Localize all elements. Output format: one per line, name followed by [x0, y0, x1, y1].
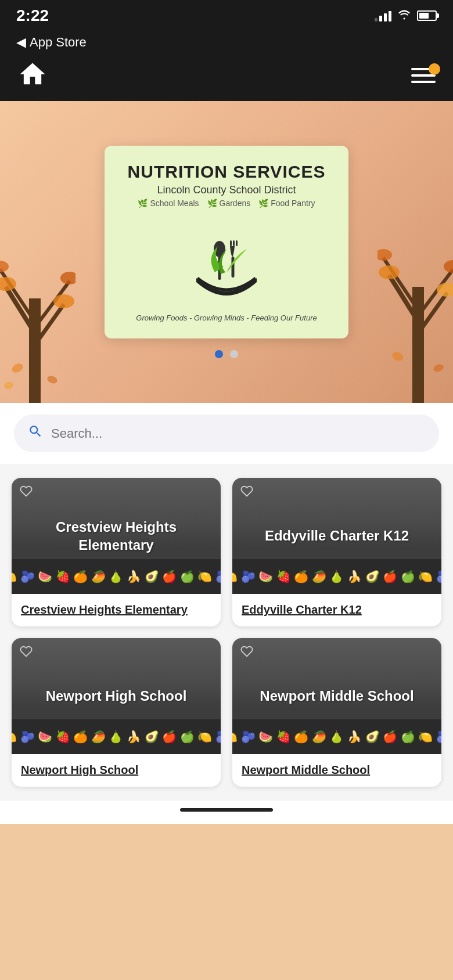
dot-1[interactable] — [215, 350, 223, 358]
menu-line-2 — [411, 74, 436, 77]
tagline-pantry: 🌿 Food Pantry — [258, 199, 315, 208]
svg-point-19 — [437, 283, 453, 297]
svg-point-20 — [444, 260, 453, 273]
card-label-crestview-heights-elementary[interactable]: Crestview Heights Elementary — [12, 594, 221, 626]
card-label-newport-middle-school[interactable]: Newport Middle School — [232, 754, 441, 787]
fruit-strip-crestview-heights-elementary: 🍋 🫐 🍉 🍓 🍊 🥭 🍐 🍌 🥑 🍎 🍏 🍋 🫐 — [12, 559, 221, 594]
logo-tagline: 🌿 School Meals 🌿 Gardens 🌿 Food Pantry — [125, 199, 328, 208]
hero-section: NUTRITION SERVICES Lincoln County School… — [0, 101, 453, 403]
status-bar: 2:22 — [0, 0, 453, 31]
heart-icon-crestview-heights-elementary[interactable] — [20, 485, 33, 501]
card-image-eddyville-charter-k12: Eddyville Charter K12 🍋 🫐 🍉 🍓 🍊 🥭 🍐 🍌 🥑 … — [232, 478, 441, 594]
search-icon — [28, 424, 43, 443]
search-section — [0, 403, 453, 464]
card-title-eddyville-charter-k12: Eddyville Charter K12 — [256, 527, 418, 545]
fruit-strip-newport-high-school: 🍋 🫐 🍉 🍓 🍊 🥭 🍐 🍌 🥑 🍎 🍏 🍋 🫐 — [12, 719, 221, 754]
menu-line-3 — [411, 81, 436, 83]
app-store-back[interactable]: App Store — [30, 35, 87, 50]
school-card-newport-middle-school[interactable]: Newport Middle School 🍋 🫐 🍉 🍓 🍊 🥭 🍐 🍌 🥑 … — [232, 638, 441, 787]
fruit-strip-newport-middle-school: 🍋 🫐 🍉 🍓 🍊 🥭 🍐 🍌 🥑 🍎 🍏 🍋 🫐 — [232, 719, 441, 754]
logo-title: NUTRITION SERVICES — [125, 162, 328, 182]
svg-point-8 — [60, 272, 76, 284]
svg-point-21 — [391, 350, 405, 362]
tree-left-decoration — [0, 182, 76, 403]
card-image-newport-middle-school: Newport Middle School 🍋 🫐 🍉 🍓 🍊 🥭 🍐 🍌 🥑 … — [232, 638, 441, 754]
tree-right-decoration — [378, 182, 453, 403]
school-card-crestview-heights-elementary[interactable]: Crestview Heights Elementary 🍋 🫐 🍉 🍓 🍊 🥭… — [12, 478, 221, 626]
card-title-newport-middle-school: Newport Middle School — [250, 687, 423, 705]
search-input[interactable] — [51, 426, 425, 441]
carousel-dots — [215, 350, 238, 358]
svg-point-22 — [432, 363, 444, 373]
card-title-crestview-heights-elementary: Crestview Heights Elementary — [12, 518, 221, 554]
battery-icon — [417, 10, 437, 21]
card-label-newport-high-school[interactable]: Newport High School — [12, 754, 221, 787]
status-icons — [375, 9, 437, 23]
svg-point-6 — [0, 261, 9, 272]
school-card-eddyville-charter-k12[interactable]: Eddyville Charter K12 🍋 🫐 🍉 🍓 🍊 🥭 🍐 🍌 🥑 … — [232, 478, 441, 626]
signal-icon — [375, 10, 391, 21]
svg-point-9 — [10, 362, 24, 374]
svg-rect-28 — [232, 257, 235, 278]
nav-bar — [0, 50, 453, 101]
schools-grid: Crestview Heights Elementary 🍋 🫐 🍉 🍓 🍊 🥭… — [0, 464, 453, 801]
heart-icon-eddyville-charter-k12[interactable] — [240, 485, 253, 501]
svg-point-18 — [378, 249, 392, 261]
tagline-meals: 🌿 School Meals — [138, 199, 199, 208]
svg-rect-27 — [236, 240, 238, 246]
card-label-eddyville-charter-k12[interactable]: Eddyville Charter K12 — [232, 594, 441, 626]
search-box — [14, 415, 439, 452]
dot-2[interactable] — [230, 350, 238, 358]
heart-icon-newport-high-school[interactable] — [20, 645, 33, 661]
status-time: 2:22 — [16, 6, 49, 25]
wifi-icon — [397, 9, 411, 23]
heart-icon-newport-middle-school[interactable] — [240, 645, 253, 661]
notification-dot — [429, 63, 440, 75]
card-image-newport-high-school: Newport High School 🍋 🫐 🍉 🍓 🍊 🥭 🍐 🍌 🥑 🍎 … — [12, 638, 221, 754]
home-icon[interactable] — [17, 59, 48, 92]
menu-button[interactable] — [411, 68, 436, 83]
main-background: Crestview Heights Elementary 🍋 🫐 🍉 🍓 🍊 🥭… — [0, 464, 453, 801]
card-title-newport-high-school: Newport High School — [37, 687, 196, 705]
logo-subtitle: Lincoln County School District — [125, 184, 328, 196]
svg-rect-26 — [233, 240, 235, 246]
logo-card: NUTRITION SERVICES Lincoln County School… — [105, 146, 348, 338]
svg-point-17 — [379, 265, 400, 279]
home-indicator[interactable] — [180, 808, 273, 812]
tagline-gardens: 🌿 Gardens — [207, 199, 251, 208]
svg-point-10 — [46, 374, 58, 384]
fruit-strip-eddyville-charter-k12: 🍋 🫐 🍉 🍓 🍊 🥭 🍐 🍌 🥑 🍎 🍏 🍋 🫐 — [232, 559, 441, 594]
school-card-newport-high-school[interactable]: Newport High School 🍋 🫐 🍉 🍓 🍊 🥭 🍐 🍌 🥑 🍎 … — [12, 638, 221, 787]
svg-point-11 — [3, 381, 15, 390]
svg-point-7 — [53, 294, 74, 308]
circle-text: Growing Foods - Growing Minds - Feeding … — [125, 314, 328, 322]
logo-graphic — [180, 217, 273, 310]
svg-rect-25 — [230, 240, 232, 246]
card-image-crestview-heights-elementary: Crestview Heights Elementary 🍋 🫐 🍉 🍓 🍊 🥭… — [12, 478, 221, 594]
bottom-bar — [0, 801, 453, 824]
